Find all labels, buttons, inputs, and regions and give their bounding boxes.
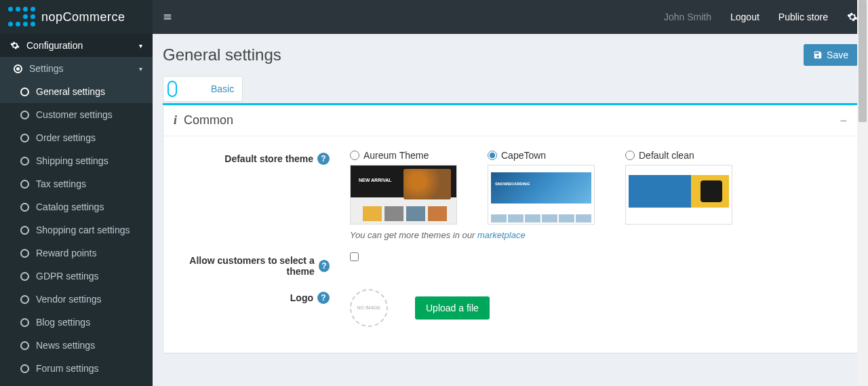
sidebar-item-label: Catalog settings xyxy=(36,201,104,212)
sidebar-item-tax-settings[interactable]: Tax settings xyxy=(0,172,153,195)
toggle-switch[interactable] xyxy=(167,81,177,97)
help-icon[interactable]: ? xyxy=(319,260,330,272)
logo-icon xyxy=(8,7,36,27)
theme-radio[interactable] xyxy=(350,151,359,160)
sidebar-item-label: Tax settings xyxy=(36,178,86,189)
scrollbar[interactable] xyxy=(857,0,868,386)
sidebar-item-customer-settings[interactable]: Customer settings xyxy=(0,103,153,126)
circle-icon xyxy=(20,318,29,327)
theme-name: Aureum Theme xyxy=(363,150,429,161)
sidebar-item-label: Reward points xyxy=(36,248,97,258)
collapse-icon[interactable]: − xyxy=(840,115,847,127)
marketplace-link[interactable]: marketplace xyxy=(477,230,526,240)
sidebar-item-shopping-cart-settings[interactable]: Shopping cart settings xyxy=(0,218,153,242)
info-icon: i xyxy=(174,113,177,128)
gear-icon xyxy=(10,41,20,50)
theme-thumbnail xyxy=(350,165,457,225)
hamburger-icon[interactable] xyxy=(163,12,172,22)
circle-icon xyxy=(20,249,29,258)
help-icon[interactable]: ? xyxy=(317,153,330,165)
theme-thumbnail xyxy=(488,165,595,225)
save-button-label: Save xyxy=(827,50,848,60)
nav-settings-label: Settings xyxy=(29,63,64,74)
circle-icon xyxy=(20,180,29,189)
theme-name: Default clean xyxy=(639,150,694,161)
theme-option-capetown[interactable]: CapeTown xyxy=(488,150,595,225)
sidebar-item-label: Customer settings xyxy=(36,109,113,120)
circle-icon xyxy=(20,203,29,212)
main: John Smith Logout Public store General s… xyxy=(153,0,868,386)
panel-common: i Common − Default store theme ? Aureum … xyxy=(163,105,858,353)
save-icon xyxy=(813,50,823,60)
sidebar-item-shipping-settings[interactable]: Shipping settings xyxy=(0,149,153,172)
circle-icon xyxy=(20,341,29,350)
topbar-logout[interactable]: Logout xyxy=(730,12,760,22)
sidebar: nopCommerce Configuration ▾ Settings ▾ G… xyxy=(0,0,153,386)
circle-icon xyxy=(20,226,29,235)
circle-icon xyxy=(20,157,29,166)
sidebar-item-news-settings[interactable]: News settings xyxy=(0,334,153,357)
circle-icon xyxy=(20,272,29,281)
mode-toggle[interactable]: Basic xyxy=(163,76,243,102)
label-allow-select: Allow customers to select a theme xyxy=(174,255,315,277)
chevron-down-icon: ▾ xyxy=(139,65,142,73)
content: General settings Save Basic i Common − xyxy=(153,34,868,386)
brand-logo[interactable]: nopCommerce xyxy=(0,0,153,34)
theme-thumbnail xyxy=(625,165,732,225)
circle-icon xyxy=(20,134,29,142)
sidebar-item-label: News settings xyxy=(36,340,95,351)
themes-hint: You can get more themes in our marketpla… xyxy=(350,230,847,240)
label-logo: Logo xyxy=(290,292,313,303)
label-default-theme: Default store theme xyxy=(224,153,313,164)
sidebar-item-general-settings[interactable]: General settings xyxy=(0,80,153,103)
chevron-down-icon: ▾ xyxy=(139,42,142,50)
mode-label: Basic xyxy=(211,83,234,94)
no-image-placeholder: NO IMAGE xyxy=(350,289,388,327)
theme-radio[interactable] xyxy=(625,151,635,160)
topbar: John Smith Logout Public store xyxy=(153,0,868,34)
scrollbar-thumb[interactable] xyxy=(859,0,867,122)
sidebar-item-media-settings[interactable]: Media settings xyxy=(0,380,153,386)
sidebar-item-label: Order settings xyxy=(36,132,96,143)
circle-icon xyxy=(20,88,29,96)
sidebar-item-label: GDPR settings xyxy=(36,271,99,282)
topbar-user[interactable]: John Smith xyxy=(664,12,711,22)
sidebar-item-label: Shipping settings xyxy=(36,155,108,166)
theme-name: CapeTown xyxy=(501,150,546,161)
save-button[interactable]: Save xyxy=(804,44,858,66)
sidebar-item-label: Shopping cart settings xyxy=(36,225,130,235)
help-icon[interactable]: ? xyxy=(317,292,330,304)
theme-option-aureum-theme[interactable]: Aureum Theme xyxy=(350,150,457,225)
upload-button[interactable]: Upload a file xyxy=(415,296,490,320)
gear-icon[interactable] xyxy=(847,12,858,22)
theme-option-default-clean[interactable]: Default clean xyxy=(625,150,732,225)
theme-radio[interactable] xyxy=(488,151,497,160)
circle-icon xyxy=(20,111,29,119)
sidebar-item-label: Blog settings xyxy=(36,317,90,328)
circle-icon xyxy=(20,364,29,373)
nav-configuration[interactable]: Configuration ▾ xyxy=(0,34,153,57)
topbar-public-store[interactable]: Public store xyxy=(778,12,828,22)
sidebar-item-forum-settings[interactable]: Forum settings xyxy=(0,357,153,380)
sidebar-item-reward-points[interactable]: Reward points xyxy=(0,242,153,265)
nav-settings[interactable]: Settings ▾ xyxy=(0,57,153,80)
panel-title: Common xyxy=(184,113,233,128)
allow-select-checkbox[interactable] xyxy=(350,252,359,261)
sidebar-item-vendor-settings[interactable]: Vendor settings xyxy=(0,288,153,311)
sidebar-item-gdpr-settings[interactable]: GDPR settings xyxy=(0,265,153,288)
sidebar-item-label: Vendor settings xyxy=(36,294,102,305)
circle-icon xyxy=(20,295,29,304)
brand-name: nopCommerce xyxy=(41,10,125,24)
nav: Configuration ▾ Settings ▾ General setti… xyxy=(0,34,153,386)
sidebar-item-order-settings[interactable]: Order settings xyxy=(0,126,153,149)
sidebar-item-catalog-settings[interactable]: Catalog settings xyxy=(0,195,153,218)
circle-icon xyxy=(14,64,22,73)
sidebar-item-label: Forum settings xyxy=(36,363,99,374)
sidebar-item-blog-settings[interactable]: Blog settings xyxy=(0,311,153,334)
sidebar-item-label: General settings xyxy=(36,86,105,97)
page-title: General settings xyxy=(163,45,281,64)
nav-configuration-label: Configuration xyxy=(26,40,83,51)
